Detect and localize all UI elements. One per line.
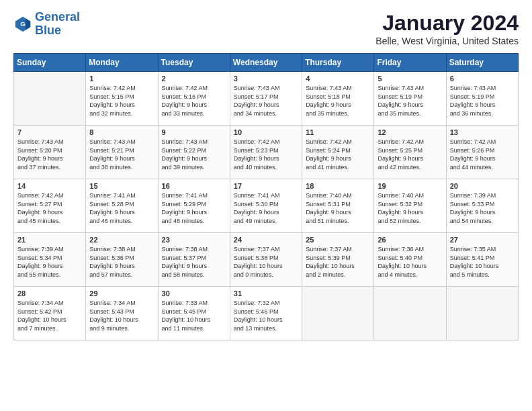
day-number: 19 bbox=[378, 182, 442, 190]
calendar-cell: 1Sunrise: 7:42 AM Sunset: 5:15 PM Daylig… bbox=[86, 72, 158, 126]
calendar-cell: 4Sunrise: 7:43 AM Sunset: 5:18 PM Daylig… bbox=[302, 72, 374, 126]
logo-icon: G bbox=[13, 15, 32, 34]
calendar-cell: 12Sunrise: 7:42 AM Sunset: 5:25 PM Dayli… bbox=[374, 126, 446, 179]
day-info: Sunrise: 7:38 AM Sunset: 5:37 PM Dayligh… bbox=[162, 245, 226, 279]
day-info: Sunrise: 7:39 AM Sunset: 5:34 PM Dayligh… bbox=[17, 245, 82, 279]
calendar-cell: 28Sunrise: 7:34 AM Sunset: 5:42 PM Dayli… bbox=[14, 287, 86, 340]
day-info: Sunrise: 7:42 AM Sunset: 5:24 PM Dayligh… bbox=[306, 138, 370, 171]
day-number: 7 bbox=[17, 128, 82, 136]
weekday-header-tuesday: Tuesday bbox=[158, 54, 230, 72]
calendar-cell: 14Sunrise: 7:42 AM Sunset: 5:27 PM Dayli… bbox=[14, 179, 86, 233]
day-number: 2 bbox=[162, 75, 226, 83]
calendar-cell: 13Sunrise: 7:42 AM Sunset: 5:26 PM Dayli… bbox=[446, 126, 518, 179]
weekday-header-friday: Friday bbox=[374, 54, 446, 72]
calendar-cell: 20Sunrise: 7:39 AM Sunset: 5:33 PM Dayli… bbox=[446, 179, 518, 233]
calendar-cell: 7Sunrise: 7:43 AM Sunset: 5:20 PM Daylig… bbox=[14, 126, 86, 179]
calendar-cell: 31Sunrise: 7:32 AM Sunset: 5:46 PM Dayli… bbox=[230, 287, 302, 340]
day-info: Sunrise: 7:42 AM Sunset: 5:23 PM Dayligh… bbox=[234, 138, 298, 171]
day-number: 28 bbox=[17, 289, 82, 298]
day-info: Sunrise: 7:39 AM Sunset: 5:33 PM Dayligh… bbox=[450, 191, 515, 225]
day-info: Sunrise: 7:42 AM Sunset: 5:27 PM Dayligh… bbox=[17, 191, 82, 225]
calendar-week-row: 7Sunrise: 7:43 AM Sunset: 5:20 PM Daylig… bbox=[14, 126, 519, 179]
calendar-cell: 11Sunrise: 7:42 AM Sunset: 5:24 PM Dayli… bbox=[302, 126, 374, 179]
day-info: Sunrise: 7:42 AM Sunset: 5:15 PM Dayligh… bbox=[89, 84, 154, 118]
month-title: January 2024 bbox=[375, 11, 519, 36]
weekday-header-wednesday: Wednesday bbox=[230, 54, 302, 72]
calendar-week-row: 21Sunrise: 7:39 AM Sunset: 5:34 PM Dayli… bbox=[14, 233, 519, 287]
day-info: Sunrise: 7:40 AM Sunset: 5:31 PM Dayligh… bbox=[306, 191, 370, 225]
calendar-cell: 27Sunrise: 7:35 AM Sunset: 5:41 PM Dayli… bbox=[446, 233, 518, 287]
title-block: January 2024 Belle, West Virginia, Unite… bbox=[375, 11, 519, 46]
day-number: 23 bbox=[162, 236, 226, 244]
day-info: Sunrise: 7:35 AM Sunset: 5:41 PM Dayligh… bbox=[450, 245, 515, 279]
calendar-cell bbox=[14, 72, 86, 126]
day-number: 3 bbox=[234, 75, 298, 83]
calendar-cell: 15Sunrise: 7:41 AM Sunset: 5:28 PM Dayli… bbox=[86, 179, 158, 233]
day-info: Sunrise: 7:43 AM Sunset: 5:17 PM Dayligh… bbox=[234, 84, 298, 118]
calendar-cell: 2Sunrise: 7:42 AM Sunset: 5:16 PM Daylig… bbox=[158, 72, 230, 126]
calendar-cell: 9Sunrise: 7:43 AM Sunset: 5:22 PM Daylig… bbox=[158, 126, 230, 179]
calendar-table: SundayMondayTuesdayWednesdayThursdayFrid… bbox=[13, 53, 519, 340]
day-number: 6 bbox=[450, 75, 515, 83]
day-number: 22 bbox=[89, 236, 154, 244]
weekday-header-saturday: Saturday bbox=[446, 54, 518, 72]
calendar-cell: 16Sunrise: 7:41 AM Sunset: 5:29 PM Dayli… bbox=[158, 179, 230, 233]
day-info: Sunrise: 7:41 AM Sunset: 5:29 PM Dayligh… bbox=[162, 191, 226, 225]
day-info: Sunrise: 7:43 AM Sunset: 5:21 PM Dayligh… bbox=[89, 138, 154, 171]
day-info: Sunrise: 7:37 AM Sunset: 5:38 PM Dayligh… bbox=[234, 245, 298, 279]
day-info: Sunrise: 7:41 AM Sunset: 5:30 PM Dayligh… bbox=[234, 191, 298, 225]
day-number: 20 bbox=[450, 182, 515, 190]
calendar-week-row: 28Sunrise: 7:34 AM Sunset: 5:42 PM Dayli… bbox=[14, 287, 519, 340]
calendar-cell: 29Sunrise: 7:34 AM Sunset: 5:43 PM Dayli… bbox=[86, 287, 158, 340]
day-number: 31 bbox=[234, 289, 298, 298]
day-info: Sunrise: 7:36 AM Sunset: 5:40 PM Dayligh… bbox=[378, 245, 442, 279]
calendar-cell: 22Sunrise: 7:38 AM Sunset: 5:36 PM Dayli… bbox=[86, 233, 158, 287]
svg-marker-1 bbox=[26, 18, 30, 30]
day-info: Sunrise: 7:37 AM Sunset: 5:39 PM Dayligh… bbox=[306, 245, 370, 279]
logo-text: General Blue bbox=[35, 11, 80, 38]
day-info: Sunrise: 7:42 AM Sunset: 5:25 PM Dayligh… bbox=[378, 138, 442, 171]
calendar-cell: 19Sunrise: 7:40 AM Sunset: 5:32 PM Dayli… bbox=[374, 179, 446, 233]
day-number: 29 bbox=[89, 289, 154, 298]
calendar-cell: 10Sunrise: 7:42 AM Sunset: 5:23 PM Dayli… bbox=[230, 126, 302, 179]
calendar-cell bbox=[302, 287, 374, 340]
day-number: 17 bbox=[234, 182, 298, 190]
location: Belle, West Virginia, United States bbox=[375, 36, 519, 46]
calendar-week-row: 1Sunrise: 7:42 AM Sunset: 5:15 PM Daylig… bbox=[14, 72, 519, 126]
day-info: Sunrise: 7:43 AM Sunset: 5:19 PM Dayligh… bbox=[450, 84, 515, 118]
calendar-cell: 5Sunrise: 7:43 AM Sunset: 5:19 PM Daylig… bbox=[374, 72, 446, 126]
day-number: 10 bbox=[234, 128, 298, 136]
logo: G General Blue bbox=[13, 11, 80, 38]
calendar-cell: 17Sunrise: 7:41 AM Sunset: 5:30 PM Dayli… bbox=[230, 179, 302, 233]
day-number: 9 bbox=[162, 128, 226, 136]
day-number: 14 bbox=[17, 182, 82, 190]
day-number: 21 bbox=[17, 236, 82, 244]
day-info: Sunrise: 7:38 AM Sunset: 5:36 PM Dayligh… bbox=[89, 245, 154, 279]
day-info: Sunrise: 7:43 AM Sunset: 5:20 PM Dayligh… bbox=[17, 138, 82, 171]
calendar-cell: 3Sunrise: 7:43 AM Sunset: 5:17 PM Daylig… bbox=[230, 72, 302, 126]
day-number: 26 bbox=[378, 236, 442, 244]
svg-text:G: G bbox=[20, 20, 26, 28]
calendar-cell: 23Sunrise: 7:38 AM Sunset: 5:37 PM Dayli… bbox=[158, 233, 230, 287]
day-info: Sunrise: 7:43 AM Sunset: 5:22 PM Dayligh… bbox=[162, 138, 226, 171]
day-number: 5 bbox=[378, 75, 442, 83]
calendar-cell: 25Sunrise: 7:37 AM Sunset: 5:39 PM Dayli… bbox=[302, 233, 374, 287]
calendar-cell: 18Sunrise: 7:40 AM Sunset: 5:31 PM Dayli… bbox=[302, 179, 374, 233]
calendar-cell: 30Sunrise: 7:33 AM Sunset: 5:45 PM Dayli… bbox=[158, 287, 230, 340]
calendar-cell: 24Sunrise: 7:37 AM Sunset: 5:38 PM Dayli… bbox=[230, 233, 302, 287]
day-number: 13 bbox=[450, 128, 515, 136]
day-number: 4 bbox=[306, 75, 370, 83]
weekday-header-thursday: Thursday bbox=[302, 54, 374, 72]
calendar-cell: 8Sunrise: 7:43 AM Sunset: 5:21 PM Daylig… bbox=[86, 126, 158, 179]
day-info: Sunrise: 7:41 AM Sunset: 5:28 PM Dayligh… bbox=[89, 191, 154, 225]
calendar-cell: 6Sunrise: 7:43 AM Sunset: 5:19 PM Daylig… bbox=[446, 72, 518, 126]
day-info: Sunrise: 7:34 AM Sunset: 5:42 PM Dayligh… bbox=[17, 299, 82, 332]
calendar-cell bbox=[446, 287, 518, 340]
day-number: 1 bbox=[89, 75, 154, 83]
day-info: Sunrise: 7:42 AM Sunset: 5:16 PM Dayligh… bbox=[162, 84, 226, 118]
day-number: 30 bbox=[162, 289, 226, 298]
weekday-header-sunday: Sunday bbox=[14, 54, 86, 72]
day-number: 18 bbox=[306, 182, 370, 190]
day-info: Sunrise: 7:43 AM Sunset: 5:19 PM Dayligh… bbox=[378, 84, 442, 118]
calendar-week-row: 14Sunrise: 7:42 AM Sunset: 5:27 PM Dayli… bbox=[14, 179, 519, 233]
